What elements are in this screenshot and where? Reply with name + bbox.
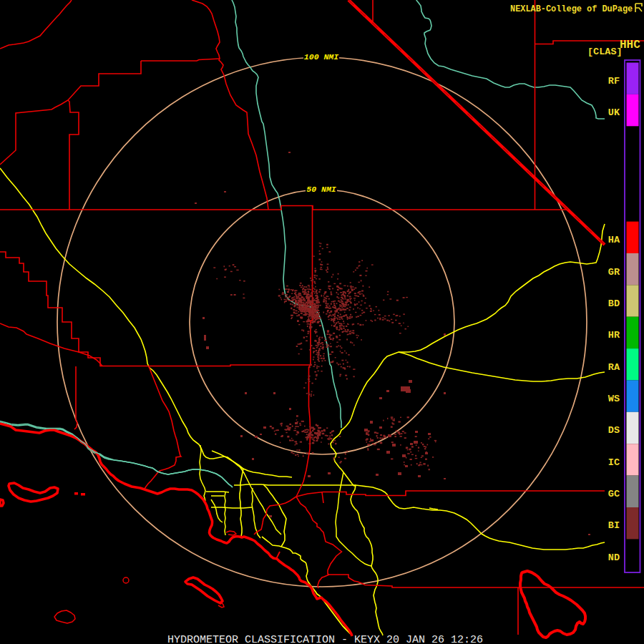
svg-text:RA: RA	[608, 362, 620, 373]
svg-text:BD: BD	[608, 298, 620, 309]
svg-text:100 NMI: 100 NMI	[304, 52, 338, 62]
svg-text:RF: RF	[608, 76, 620, 87]
svg-text:WS: WS	[608, 394, 620, 404]
svg-text:UK: UK	[608, 107, 620, 118]
svg-text:GC: GC	[608, 489, 620, 499]
svg-text:IC: IC	[608, 457, 620, 468]
svg-text:DS: DS	[608, 425, 620, 436]
svg-text:50 NMI: 50 NMI	[306, 185, 336, 194]
svg-text:NEXLAB-College of DuPage: NEXLAB-College of DuPage	[510, 4, 633, 14]
svg-text:HA: HA	[608, 235, 620, 245]
svg-text:HYDROMETEOR CLASSIFICATION - K: HYDROMETEOR CLASSIFICATION - KEYX 20 JAN…	[167, 634, 483, 644]
svg-text:ND: ND	[608, 552, 620, 563]
svg-text:GR: GR	[608, 267, 620, 278]
svg-text:[CLAS]: [CLAS]	[587, 47, 623, 57]
svg-text:HR: HR	[608, 330, 620, 341]
svg-text:BI: BI	[608, 520, 620, 531]
svg-text:HHC: HHC	[620, 39, 640, 52]
